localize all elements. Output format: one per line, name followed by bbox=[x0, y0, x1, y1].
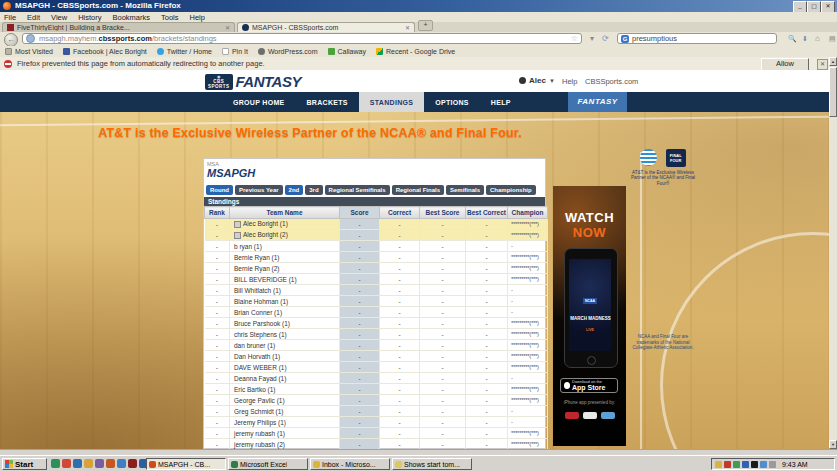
round-filter-button[interactable]: Regional Finals bbox=[392, 185, 444, 195]
quick-launch-icon[interactable] bbox=[73, 459, 82, 468]
quick-launch-icon[interactable] bbox=[117, 459, 126, 468]
standings-row[interactable]: - chris Stephens (1) - - - - *********(*… bbox=[205, 329, 548, 340]
standings-row[interactable]: - Greg Schmidt (1) - - - - - bbox=[205, 406, 548, 417]
search-input[interactable] bbox=[632, 34, 752, 43]
team-name[interactable]: Bernie Ryan (2) bbox=[234, 265, 280, 272]
standings-row[interactable]: - Bernie Ryan (1) - - - - *********(***) bbox=[205, 252, 548, 263]
march-madness-ad[interactable]: WATCH NOW NCAA MARCH MADNESS LIVE Downlo… bbox=[553, 186, 626, 446]
team-name-cell[interactable]: Bernie Ryan (2) bbox=[230, 263, 340, 274]
standings-row[interactable]: - Bernie Ryan (2) - - - - *********(***) bbox=[205, 263, 548, 274]
standings-row[interactable]: - DAVE WEBER (1) - - - - *********(***) bbox=[205, 362, 548, 373]
menu-item[interactable]: Tools bbox=[161, 13, 179, 22]
team-name[interactable]: Deanna Fayad (1) bbox=[234, 375, 286, 382]
standings-row[interactable]: - jeremy rubash (2) - - - - *********(**… bbox=[205, 439, 548, 450]
scrollbar-thumb[interactable] bbox=[829, 67, 837, 117]
team-name[interactable]: jeremy rubash (1) bbox=[234, 430, 285, 437]
scroll-up-icon[interactable] bbox=[829, 57, 837, 66]
team-name-cell[interactable]: Bruce Parshook (1) bbox=[230, 318, 340, 329]
team-name-cell[interactable]: Dan Horvath (1) bbox=[230, 351, 340, 362]
standings-row[interactable]: - Alec Boright (1) - - - - *********(***… bbox=[205, 219, 548, 230]
team-name[interactable]: Blaine Hohman (1) bbox=[234, 298, 288, 305]
team-name-cell[interactable]: Alec Boright (1) bbox=[230, 219, 340, 230]
team-name[interactable]: Bill Whitlatch (1) bbox=[234, 287, 281, 294]
standings-row[interactable]: - Bruce Parshook (1) - - - - *********(*… bbox=[205, 318, 548, 329]
nav-item[interactable]: BRACKETS bbox=[296, 92, 359, 112]
reload-icon[interactable] bbox=[602, 34, 609, 44]
bookmark-item[interactable]: Most Visited bbox=[5, 48, 53, 55]
search-box[interactable]: G bbox=[617, 33, 777, 44]
team-name[interactable]: Eric Bartko (1) bbox=[234, 386, 276, 393]
address-bar[interactable]: msapgh.mayhem.cbssports.com/brackets/sta… bbox=[22, 33, 582, 44]
column-header[interactable]: Score bbox=[340, 207, 380, 219]
standings-row[interactable]: - Deanna Fayad (1) - - - - - bbox=[205, 373, 548, 384]
team-name[interactable]: jeremy rubash (2) bbox=[234, 441, 285, 448]
bookmark-item[interactable]: Pin It bbox=[222, 48, 248, 55]
bookmark-item[interactable]: Callaway bbox=[328, 48, 366, 55]
tab-fivethirtyeight[interactable]: FiveThirtyEight | Building a Bracke... ✕ bbox=[2, 22, 235, 32]
column-header[interactable]: Best Score bbox=[420, 207, 466, 219]
menu-item[interactable]: Help bbox=[190, 13, 205, 22]
team-name-cell[interactable]: Blaine Hohman (1) bbox=[230, 296, 340, 307]
tab-msapgh[interactable]: MSAPGH - CBSSports.com ✕ bbox=[237, 22, 415, 32]
help-link[interactable]: Help bbox=[562, 77, 577, 86]
column-header[interactable]: Team Name bbox=[230, 207, 340, 219]
standings-row[interactable]: - b ryan (1) - - - - - bbox=[205, 241, 548, 252]
team-name-cell[interactable]: Alec Boright (2) bbox=[230, 230, 340, 241]
team-name-cell[interactable]: Eric Bartko (1) bbox=[230, 384, 340, 395]
standings-row[interactable]: - Bill Whitlatch (1) - - - - - bbox=[205, 285, 548, 296]
menu-item[interactable]: Bookmarks bbox=[113, 13, 151, 22]
standings-row[interactable]: - George Pavlic (1) - - - - *********(**… bbox=[205, 395, 548, 406]
tray-icon[interactable] bbox=[724, 461, 731, 468]
nav-item[interactable]: OPTIONS bbox=[424, 92, 480, 112]
bookmark-item[interactable]: Facebook | Alec Boright bbox=[63, 48, 147, 55]
new-tab-button[interactable]: + bbox=[418, 20, 433, 31]
team-name-cell[interactable]: Jeremy Philips (1) bbox=[230, 417, 340, 428]
menu-item[interactable]: Edit bbox=[27, 13, 40, 22]
team-name-cell[interactable]: Bernie Ryan (1) bbox=[230, 252, 340, 263]
team-name-cell[interactable]: jeremy rubash (2) bbox=[230, 439, 340, 450]
standings-row[interactable]: - Eric Bartko (1) - - - - *********(***) bbox=[205, 384, 548, 395]
scroll-down-icon[interactable] bbox=[829, 440, 837, 449]
tray-icon[interactable] bbox=[760, 461, 767, 468]
team-name[interactable]: dan bruner (1) bbox=[234, 342, 275, 349]
team-name-cell[interactable]: Deanna Fayad (1) bbox=[230, 373, 340, 384]
team-name-cell[interactable]: b ryan (1) bbox=[230, 241, 340, 252]
team-name[interactable]: Alec Boright (2) bbox=[243, 231, 288, 238]
downloads-icon[interactable] bbox=[802, 34, 808, 44]
cbssports-link[interactable]: CBSSports.com bbox=[585, 77, 638, 86]
nav-item[interactable]: STANDINGS bbox=[359, 92, 424, 112]
task-button[interactable]: Shows start tom... bbox=[392, 458, 472, 470]
standings-row[interactable]: - Jeremy Philips (1) - - - - - bbox=[205, 417, 548, 428]
team-name[interactable]: b ryan (1) bbox=[234, 243, 262, 250]
team-name-cell[interactable]: chris Stephens (1) bbox=[230, 329, 340, 340]
tab-close-icon[interactable]: ✕ bbox=[225, 24, 230, 31]
vertical-scrollbar[interactable] bbox=[829, 57, 837, 449]
team-name-cell[interactable]: dan bruner (1) bbox=[230, 340, 340, 351]
team-name[interactable]: chris Stephens (1) bbox=[234, 331, 287, 338]
team-name[interactable]: Brian Conner (1) bbox=[234, 309, 282, 316]
round-filter-button[interactable]: Championship bbox=[486, 185, 536, 195]
round-filter-button[interactable]: 2nd bbox=[285, 185, 304, 195]
back-button[interactable] bbox=[4, 33, 18, 47]
standings-row[interactable]: - dan bruner (1) - - - - *********(***) bbox=[205, 340, 548, 351]
tray-icon[interactable] bbox=[751, 461, 758, 468]
user-menu[interactable]: Alec ▼ bbox=[519, 76, 555, 85]
tray-icon[interactable] bbox=[733, 461, 740, 468]
tray-icon[interactable] bbox=[769, 461, 776, 468]
task-button[interactable]: Microsoft Excel bbox=[228, 458, 308, 470]
team-name-cell[interactable]: Greg Schmidt (1) bbox=[230, 406, 340, 417]
standings-row[interactable]: - Blaine Hohman (1) - - - - - bbox=[205, 296, 548, 307]
quick-launch-icon[interactable] bbox=[106, 459, 115, 468]
tab-close-icon[interactable]: ✕ bbox=[405, 24, 410, 31]
team-name-cell[interactable]: jeremy rubash (1) bbox=[230, 428, 340, 439]
bookmarks-panel-icon[interactable] bbox=[829, 34, 836, 44]
quick-launch-icon[interactable] bbox=[95, 459, 104, 468]
bookmark-item[interactable]: WordPress.com bbox=[258, 48, 318, 55]
round-filter-button[interactable]: Regional Semifinals bbox=[325, 185, 390, 195]
task-button[interactable]: Inbox - Microso... bbox=[310, 458, 390, 470]
menu-item[interactable]: File bbox=[4, 13, 16, 22]
cbs-fantasy-logo[interactable]: ◉ CBS SPORTS FANTASY bbox=[205, 73, 301, 90]
quick-launch-icon[interactable] bbox=[51, 459, 60, 468]
column-header[interactable]: Best Correct bbox=[466, 207, 508, 219]
standings-row[interactable]: - BILL BEVERIDGE (1) - - - - *********(*… bbox=[205, 274, 548, 285]
